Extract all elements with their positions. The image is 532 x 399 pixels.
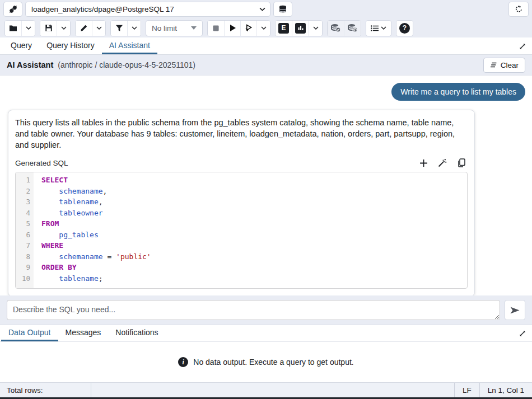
prompt-input[interactable] [7, 300, 500, 320]
plus-icon [419, 159, 428, 167]
data-output-panel: i No data output. Execute a query to get… [0, 342, 532, 382]
cursor-position: Ln 1, Col 1 [479, 383, 532, 397]
commit-button[interactable] [328, 21, 344, 36]
sql-line-number: 6 [16, 229, 30, 241]
sql-line-number: 7 [16, 240, 30, 251]
execute-button[interactable] [224, 21, 240, 36]
send-button[interactable] [505, 300, 525, 320]
sql-line-number: 1 [16, 175, 30, 186]
eol-mode[interactable]: LF [454, 383, 479, 397]
generated-sql-label: Generated SQL [15, 159, 68, 167]
explain-menu-button[interactable] [309, 21, 322, 36]
database-icon [278, 5, 287, 14]
send-icon [510, 306, 520, 314]
connection-select[interactable]: loadgen_analytics/dpage@PostgreSQL 17 [25, 2, 270, 17]
explain-button[interactable]: E [276, 21, 292, 36]
ai-assistant-header: AI Assistant (anthropic / claude-opus-4-… [0, 55, 532, 76]
copy-icon [457, 158, 465, 167]
chevron-down-icon [61, 26, 67, 30]
regenerate-sql-button[interactable] [438, 158, 447, 167]
connection-name: loadgen_analytics/dpage@PostgreSQL 17 [31, 5, 174, 13]
sql-line-number: 9 [16, 262, 30, 273]
open-file-button[interactable] [5, 21, 21, 36]
copy-sql-button[interactable] [457, 158, 465, 167]
sql-code: SELECT schemaname, tablename, tableowner… [34, 172, 467, 288]
database-rollback-icon [347, 24, 358, 32]
edit-menu-button[interactable] [92, 21, 105, 36]
ai-model-info: (anthropic / claude-opus-4-5-20251101) [58, 60, 195, 69]
info-icon: i [178, 357, 188, 367]
sql-line-number: 3 [16, 196, 30, 208]
output-tab-bar: Data Output Messages Notifications [0, 325, 532, 342]
play-cursor-icon [244, 24, 253, 32]
refresh-button[interactable] [508, 2, 529, 17]
explain-analyze-icon [295, 23, 306, 34]
explain-icon: E [278, 23, 289, 34]
sql-line: FROM [41, 218, 467, 229]
chevron-down-icon [259, 7, 265, 11]
chevron-down-icon [381, 26, 386, 30]
insert-sql-button[interactable] [419, 159, 428, 167]
save-menu-button[interactable] [57, 21, 70, 36]
sql-line: pg_tables [41, 229, 467, 241]
clear-icon [490, 62, 497, 68]
sql-line: schemaname, [41, 186, 467, 197]
clear-chat-button[interactable]: Clear [483, 58, 525, 73]
row-limit-value: No limit [152, 24, 177, 32]
row-limit-select[interactable]: No limit [146, 20, 203, 36]
execute-menu-button[interactable] [256, 21, 270, 36]
assistant-response-card: This query lists all tables in the publi… [8, 110, 475, 295]
macros-button[interactable] [366, 21, 391, 36]
pencil-icon [80, 24, 88, 32]
stop-button[interactable] [208, 21, 224, 36]
tab-ai-assistant[interactable]: AI Assistant [102, 37, 157, 54]
sql-line-number: 4 [16, 208, 30, 219]
tab-query[interactable]: Query [3, 37, 39, 54]
total-rows-label: Total rows: [0, 383, 91, 397]
execute-options-button[interactable] [240, 21, 256, 36]
sql-line: tablename; [41, 273, 467, 284]
new-connection-button[interactable] [273, 2, 292, 17]
editor-tab-bar: Query Query History AI Assistant [0, 37, 532, 55]
save-button[interactable] [40, 21, 57, 36]
query-tool-window: loadgen_analytics/dpage@PostgreSQL 17 [0, 0, 532, 399]
open-file-menu-button[interactable] [21, 21, 35, 36]
expand-editor-icon[interactable] [519, 43, 526, 50]
ai-assistant-title: AI Assistant [7, 60, 53, 69]
sql-line-number: 8 [16, 251, 30, 262]
sql-line: WHERE [41, 240, 467, 251]
filter-icon [115, 25, 123, 32]
tab-data-output[interactable]: Data Output [1, 325, 58, 341]
help-button[interactable]: ? [396, 21, 413, 36]
edit-button[interactable] [76, 21, 92, 36]
sql-line: schemaname = 'public' [41, 251, 467, 262]
filter-button[interactable] [111, 21, 127, 36]
chevron-down-icon [26, 26, 31, 30]
generated-sql-editor[interactable]: 12345678910 SELECT schemaname, tablename… [15, 172, 468, 289]
tab-query-history[interactable]: Query History [39, 37, 102, 54]
status-bar: Total rows: LF Ln 1, Col 1 [0, 382, 532, 397]
explain-analyze-button[interactable] [292, 21, 309, 36]
folder-icon [9, 25, 17, 32]
user-message-bubble: Write me a query to list my tables [391, 83, 525, 101]
refresh-icon [515, 5, 523, 13]
sql-line: SELECT [41, 175, 467, 186]
play-icon [229, 24, 236, 32]
tab-messages[interactable]: Messages [58, 325, 109, 341]
sql-line: ORDER BY [41, 262, 467, 273]
sql-line-number: 10 [16, 273, 30, 284]
connection-status-button[interactable] [3, 2, 22, 17]
chevron-down-icon [96, 26, 102, 30]
filter-menu-button[interactable] [127, 21, 141, 36]
empty-output-message: No data output. Execute a query to get o… [193, 358, 353, 367]
stop-icon [212, 25, 220, 32]
save-icon [45, 24, 53, 32]
database-check-icon [330, 24, 341, 32]
rollback-button[interactable] [344, 21, 361, 36]
tab-notifications[interactable]: Notifications [108, 325, 165, 341]
prompt-bar [0, 295, 532, 325]
sql-line: tablename, [41, 196, 467, 208]
ai-chat-area: Write me a query to list my tables This … [0, 76, 532, 295]
expand-output-icon[interactable] [519, 330, 526, 337]
caret-down-icon [191, 26, 197, 30]
